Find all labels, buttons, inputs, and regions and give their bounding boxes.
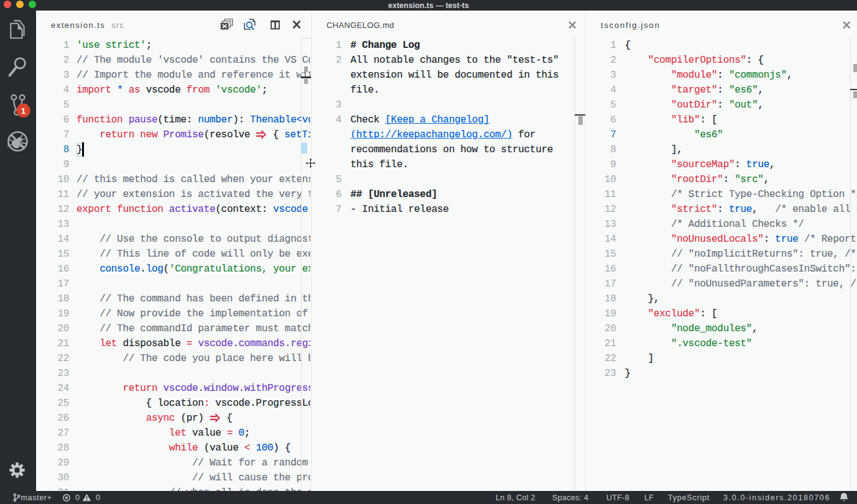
svg-text:1: 1: [21, 106, 26, 116]
